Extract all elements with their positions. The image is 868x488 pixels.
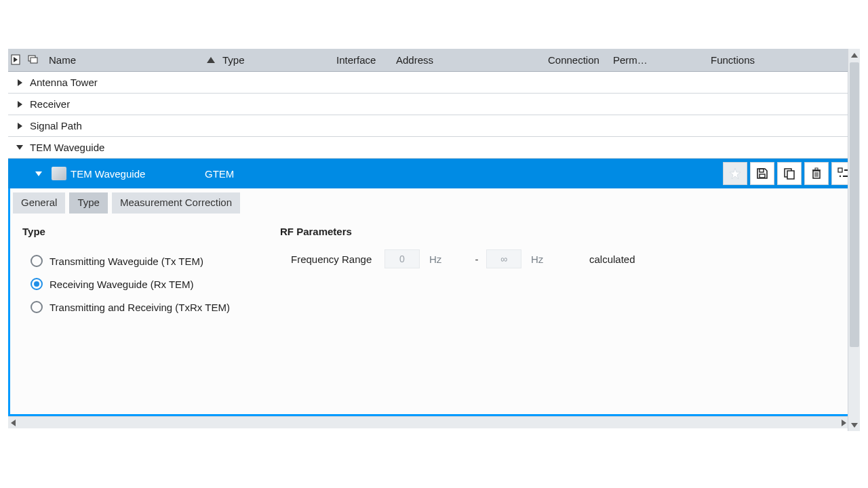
freq-to-unit: Hz <box>531 253 569 265</box>
freq-status: calculated <box>569 253 635 265</box>
col-header-name[interactable]: Name <box>43 49 203 71</box>
column-header-bar: Name Type Interface Address Connection P… <box>8 49 860 72</box>
svg-rect-3 <box>31 58 37 63</box>
col-header-perm[interactable]: Perm… <box>613 49 711 71</box>
vertical-scrollbar[interactable] <box>848 49 860 431</box>
device-table-frame: Name Type Interface Address Connection P… <box>8 49 860 428</box>
sort-indicator[interactable] <box>203 57 218 63</box>
range-dash: - <box>467 253 486 265</box>
col-header-connection[interactable]: Connection <box>548 49 613 71</box>
tree-row[interactable]: Signal Path <box>8 115 860 137</box>
scroll-up-icon[interactable] <box>848 49 860 61</box>
freq-range-label: Frequency Range <box>280 253 384 265</box>
tree-row[interactable]: Antenna Tower <box>8 72 860 94</box>
device-icon <box>52 167 66 180</box>
top-margin <box>0 0 868 49</box>
svg-rect-8 <box>787 171 794 179</box>
frequency-range-row: Frequency Range 0 Hz - ∞ Hz calculated <box>280 249 635 268</box>
svg-point-17 <box>840 176 841 177</box>
type-heading: Type <box>22 226 280 237</box>
svg-rect-6 <box>760 174 765 178</box>
caret-down-icon[interactable] <box>33 171 45 176</box>
scroll-right-icon[interactable] <box>842 420 846 426</box>
caret-down-icon[interactable] <box>14 145 26 150</box>
svg-marker-4 <box>730 168 741 179</box>
selected-device-type: GTEM <box>205 168 723 180</box>
tab-general[interactable]: General <box>13 192 65 214</box>
radio-icon[interactable] <box>31 301 43 313</box>
freq-to-input[interactable]: ∞ <box>486 249 521 268</box>
svg-rect-15 <box>838 168 842 172</box>
radio-label: Transmitting and Receiving (TxRx TEM) <box>50 302 230 313</box>
freq-from-input[interactable]: 0 <box>384 249 420 268</box>
selected-device-row[interactable]: TEM Waveguide GTEM <box>8 159 860 188</box>
row-toolbar <box>723 162 856 185</box>
tree-row-label: Antenna Tower <box>26 77 98 88</box>
scroll-left-icon[interactable] <box>11 420 16 426</box>
freq-from-unit: Hz <box>429 253 467 265</box>
col-header-address[interactable]: Address <box>396 49 548 71</box>
tree-row[interactable]: Receiver <box>8 94 860 115</box>
expand-all-icon[interactable] <box>11 54 24 67</box>
radio-txrx-tem[interactable]: Transmitting and Receiving (TxRx TEM) <box>31 296 280 319</box>
delete-icon[interactable] <box>804 162 829 185</box>
radio-icon[interactable] <box>31 255 43 267</box>
radio-label: Receiving Waveguide (Rx TEM) <box>50 279 194 290</box>
horizontal-scrollbar[interactable] <box>8 416 849 428</box>
tree-row-label: Signal Path <box>26 120 82 131</box>
col-header-interface[interactable]: Interface <box>336 49 396 71</box>
radio-icon[interactable] <box>31 278 43 290</box>
tab-measurement-correction[interactable]: Measurement Correction <box>112 192 240 214</box>
scroll-down-icon[interactable] <box>848 419 860 431</box>
radio-tx-tem[interactable]: Transmitting Waveguide (Tx TEM) <box>31 249 280 272</box>
tab-type[interactable]: Type <box>69 192 108 214</box>
save-icon[interactable] <box>750 162 774 185</box>
type-section: Type Transmitting Waveguide (Tx TEM) Rec… <box>22 226 280 319</box>
col-header-functions[interactable]: Functions <box>711 49 860 71</box>
rf-parameters-section: RF Parameters Frequency Range 0 Hz - ∞ H… <box>280 226 635 319</box>
tree-row[interactable]: TEM Waveguide <box>8 137 860 159</box>
star-icon[interactable] <box>723 162 747 185</box>
detail-panel: General Type Measurement Correction Type… <box>8 188 860 416</box>
radio-rx-tem[interactable]: Receiving Waveguide (Rx TEM) <box>31 272 280 296</box>
rf-heading: RF Parameters <box>280 226 635 237</box>
selected-device-name: TEM Waveguide <box>71 168 205 180</box>
tree-row-label: TEM Waveguide <box>26 142 104 153</box>
caret-right-icon[interactable] <box>14 101 26 108</box>
caret-right-icon[interactable] <box>14 79 26 86</box>
group-icon[interactable] <box>27 54 41 67</box>
caret-right-icon[interactable] <box>14 123 26 129</box>
tab-bar: General Type Measurement Correction <box>10 188 858 220</box>
radio-label: Transmitting Waveguide (Tx TEM) <box>50 256 203 267</box>
scroll-thumb[interactable] <box>850 62 859 347</box>
col-header-type[interactable]: Type <box>218 49 336 71</box>
svg-rect-14 <box>815 168 818 170</box>
tree-row-label: Receiver <box>26 98 70 110</box>
copy-icon[interactable] <box>777 162 802 185</box>
